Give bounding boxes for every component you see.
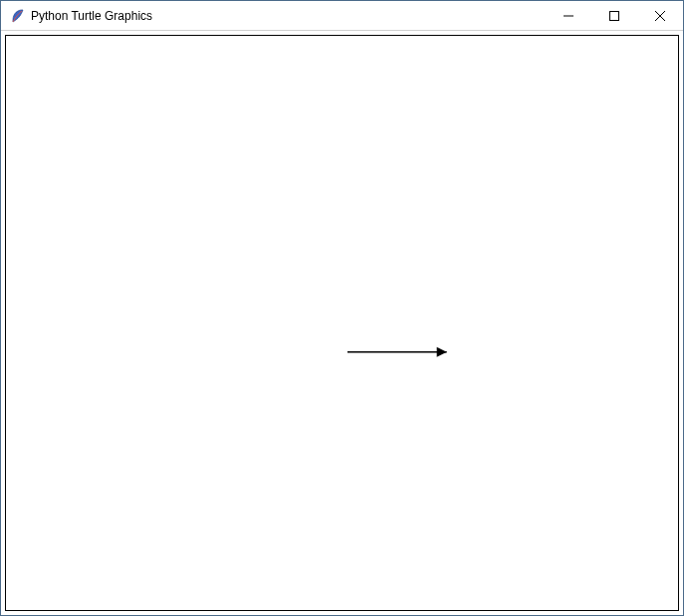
minimize-button[interactable] xyxy=(546,1,591,31)
turtle-canvas xyxy=(6,36,678,610)
titlebar[interactable]: Python Turtle Graphics xyxy=(1,1,683,31)
app-window: Python Turtle Graphics xyxy=(0,0,684,616)
svg-rect-1 xyxy=(610,11,619,20)
close-icon xyxy=(655,11,665,21)
minimize-icon xyxy=(564,11,573,21)
maximize-button[interactable] xyxy=(591,1,637,31)
canvas-area xyxy=(5,35,679,611)
window-title: Python Turtle Graphics xyxy=(31,9,152,23)
turtle-cursor-icon xyxy=(437,347,447,357)
feather-icon xyxy=(9,8,25,24)
maximize-icon xyxy=(609,11,619,21)
close-button[interactable] xyxy=(637,1,683,31)
